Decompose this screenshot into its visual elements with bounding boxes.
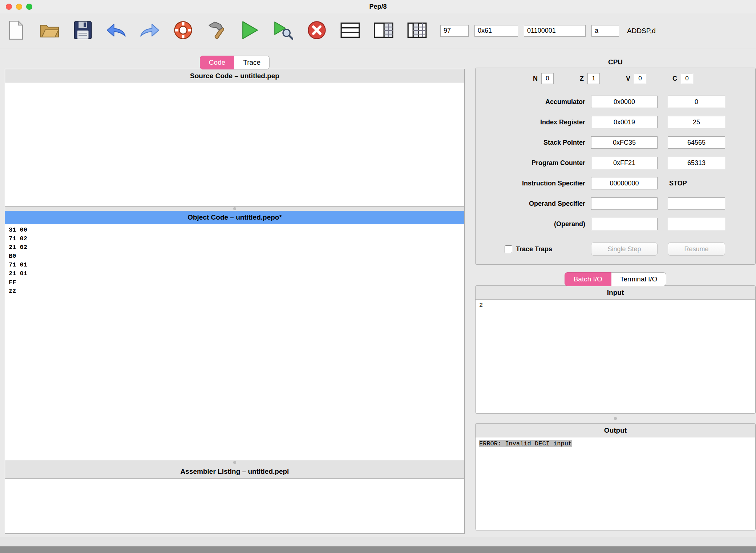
flag-n-label: N [533, 75, 538, 83]
program-counter-dec-value: 65313 [668, 157, 725, 169]
cpu-io-region: CPU N 0 Z 1 V 0 C 0 Accumulator 0x0000 0 [475, 58, 756, 530]
register-row-operand-specifier: Operand Specifier [476, 197, 755, 210]
io-tabbar: Batch I/O Terminal I/O [475, 272, 756, 286]
splitter-object-listing[interactable] [5, 460, 464, 465]
start-debugging-button[interactable] [273, 18, 294, 44]
flag-v-label: V [626, 75, 630, 83]
debug-play-magnifier-icon [274, 20, 293, 41]
operand-dec-value [668, 218, 725, 230]
flag-z: Z 1 [580, 73, 600, 84]
instruction-mnemonic-label: ADDSP,d [627, 27, 656, 35]
tab-code[interactable]: Code [200, 56, 234, 69]
stop-icon [307, 20, 327, 41]
code-trace-tabbar: Code Trace [5, 56, 465, 69]
tab-trace[interactable]: Trace [234, 56, 270, 69]
window-titlebar: Pep/8 [0, 0, 756, 13]
stack-pointer-hex-value: 0xFC35 [591, 136, 658, 149]
instruction-specifier-value: 00000000 [591, 177, 658, 189]
save-button[interactable] [73, 18, 93, 44]
view-code-button[interactable] [340, 18, 360, 44]
index-register-dec-value: 25 [668, 116, 725, 128]
window-bottom-strip [0, 537, 756, 546]
floppy-disk-icon [73, 20, 93, 41]
stop-button[interactable] [307, 18, 327, 44]
register-row-operand: (Operand) [476, 218, 755, 230]
stack-pointer-label: Stack Pointer [476, 139, 591, 147]
tab-terminal-io[interactable]: Terminal I/O [611, 272, 666, 286]
toolbar: ADDSP,d [0, 13, 756, 48]
tab-batch-io[interactable]: Batch I/O [565, 272, 611, 286]
trace-traps-control: Trace Traps [476, 245, 591, 253]
flag-c: C 0 [672, 73, 693, 84]
open-file-button[interactable] [39, 18, 60, 44]
input-panel: Input 2 [475, 285, 756, 414]
instruction-specifier-label: Instruction Specifier [476, 180, 591, 187]
redo-button[interactable] [140, 18, 160, 44]
view-code-cpu-memory-button[interactable] [407, 18, 427, 44]
operand-specifier-label: Operand Specifier [476, 200, 591, 208]
flag-c-value: 0 [681, 73, 693, 84]
program-counter-hex-value: 0xFF21 [591, 157, 658, 169]
table-grid-icon [407, 20, 427, 41]
output-panel: Output ERROR: Invalid DECI input [475, 423, 756, 530]
flag-n-value: 0 [541, 73, 554, 84]
flag-v-value: 0 [634, 73, 646, 84]
minimize-window-button[interactable] [16, 4, 22, 10]
object-code-editor[interactable]: 31 00 71 02 21 02 B0 71 01 21 01 FF zz [5, 224, 464, 460]
trace-traps-label: Trace Traps [516, 245, 552, 253]
trace-traps-checkbox[interactable] [505, 245, 512, 253]
assembler-listing-header: Assembler Listing – untitled.pepl [5, 465, 464, 478]
decimal-value-input[interactable] [440, 25, 469, 37]
undo-arrow-icon [106, 20, 126, 41]
hex-value-input[interactable] [474, 25, 518, 37]
undo-button[interactable] [106, 18, 126, 44]
build-button[interactable] [206, 18, 227, 44]
stack-pointer-dec-value: 64565 [668, 136, 725, 149]
register-row-accumulator: Accumulator 0x0000 0 [476, 96, 755, 108]
code-panel: Source Code – untitled.pep Object Code –… [5, 69, 465, 534]
ascii-value-input[interactable] [591, 25, 619, 37]
hammer-icon [207, 20, 226, 41]
flag-z-label: Z [580, 75, 584, 83]
single-step-button[interactable]: Single Step [591, 243, 658, 256]
binary-value-input[interactable] [524, 25, 586, 37]
assembler-listing-editor[interactable] [5, 478, 464, 534]
splitter-input-output[interactable] [475, 414, 756, 423]
table-rows-icon [340, 20, 360, 41]
desktop-edge-bar [0, 546, 756, 553]
register-row-program-counter: Program Counter 0xFF21 65313 [476, 157, 755, 169]
object-code-header: Object Code – untitled.pepo* [5, 211, 464, 224]
accumulator-hex-value: 0x0000 [591, 96, 658, 108]
source-code-header: Source Code – untitled.pep [5, 69, 464, 83]
index-register-label: Index Register [476, 119, 591, 126]
operand-specifier-hex-value [591, 197, 658, 210]
redo-arrow-icon [140, 20, 159, 41]
view-code-cpu-button[interactable] [373, 18, 394, 44]
new-document-button[interactable] [6, 18, 26, 44]
open-folder-icon [40, 20, 59, 41]
flag-n: N 0 [533, 73, 554, 84]
program-counter-label: Program Counter [476, 159, 591, 167]
operand-hex-value [591, 218, 658, 230]
flag-v: V 0 [626, 73, 646, 84]
window-controls [6, 4, 32, 10]
flag-c-label: C [672, 75, 677, 83]
close-window-button[interactable] [6, 4, 12, 10]
output-panel-title: Output [476, 424, 755, 437]
instruction-specifier-mnemonic: STOP [668, 180, 725, 187]
run-button[interactable] [240, 18, 260, 44]
status-flags-row: N 0 Z 1 V 0 C 0 [476, 73, 755, 84]
resume-button[interactable]: Resume [668, 243, 725, 256]
splitter-source-object[interactable] [5, 207, 464, 211]
source-code-editor[interactable] [5, 83, 464, 207]
output-error-text: ERROR: Invalid DECI input [479, 440, 572, 447]
operand-specifier-dec-value [668, 197, 725, 210]
register-row-stack-pointer: Stack Pointer 0xFC35 64565 [476, 136, 755, 149]
help-button[interactable] [173, 18, 193, 44]
index-register-hex-value: 0x0019 [591, 116, 658, 128]
batch-output-area[interactable]: ERROR: Invalid DECI input [476, 437, 755, 530]
cpu-panel-title: CPU [475, 58, 756, 68]
batch-input-editor[interactable]: 2 [476, 299, 755, 413]
zoom-window-button[interactable] [26, 4, 32, 10]
accumulator-label: Accumulator [476, 98, 591, 106]
